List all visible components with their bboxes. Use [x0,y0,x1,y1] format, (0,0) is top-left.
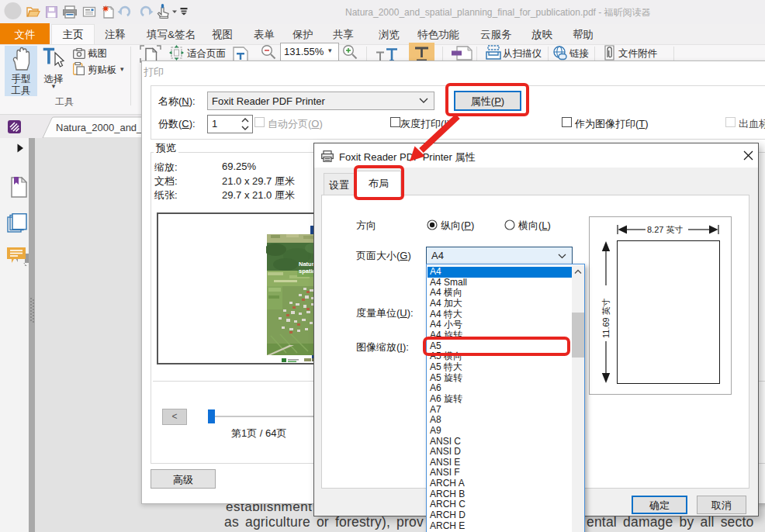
svg-text:11.69 英寸: 11.69 英寸 [601,298,611,338]
svg-text:8.27 英寸: 8.27 英寸 [647,225,683,234]
